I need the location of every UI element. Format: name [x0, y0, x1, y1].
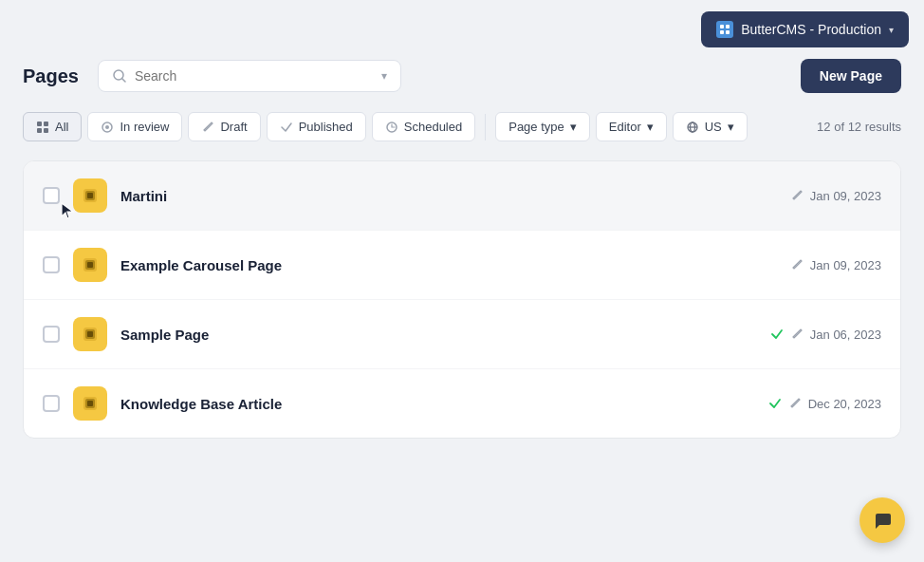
page-name-3: Sample Page — [120, 327, 757, 343]
filter-in-review-button[interactable]: In review — [87, 112, 182, 141]
globe-icon — [686, 121, 699, 134]
chat-widget-button[interactable] — [859, 497, 905, 543]
header-row: Pages ▾ New Page — [23, 59, 901, 93]
svg-rect-7 — [44, 122, 48, 126]
editor-label: Editor — [609, 120, 641, 134]
svg-rect-27 — [87, 401, 93, 406]
row-checkbox-1[interactable] — [43, 187, 60, 204]
search-chevron-icon: ▾ — [381, 69, 387, 83]
env-icon — [716, 21, 733, 38]
page-meta-1: Jan 09, 2023 — [791, 189, 881, 203]
all-pages-icon — [36, 121, 49, 134]
editor-dropdown[interactable]: Editor ▾ — [596, 112, 667, 141]
row-checkbox-3[interactable] — [43, 326, 60, 343]
svg-rect-18 — [87, 193, 93, 198]
page-type-dropdown[interactable]: Page type ▾ — [495, 112, 590, 141]
filter-in-review-label: In review — [120, 120, 169, 134]
page-icon-2 — [73, 248, 107, 282]
published-status-badge-4 — [768, 397, 782, 410]
new-page-button[interactable]: New Page — [801, 59, 901, 93]
table-row[interactable]: Martini Jan 09, 2023 — [24, 161, 900, 231]
page-date-2: Jan 09, 2023 — [810, 258, 881, 272]
in-review-icon — [101, 121, 114, 134]
chevron-down-icon: ▾ — [889, 25, 894, 35]
locale-label: US — [705, 120, 722, 134]
page-name-2: Example Carousel Page — [120, 257, 778, 273]
check-icon-4 — [768, 397, 782, 410]
draft-icon — [201, 121, 214, 134]
page-icon-4 — [73, 386, 107, 421]
svg-line-5 — [122, 79, 125, 82]
svg-rect-3 — [726, 30, 730, 34]
filter-all-button[interactable]: All — [23, 112, 82, 141]
page-icon-3 — [73, 317, 107, 351]
svg-rect-9 — [44, 128, 48, 133]
filter-all-label: All — [55, 120, 68, 134]
filter-draft-button[interactable]: Draft — [188, 112, 260, 141]
edit-pencil-icon-3 — [791, 328, 803, 340]
filter-scheduled-label: Scheduled — [404, 120, 462, 134]
page-meta-3: Jan 06, 2023 — [770, 328, 881, 342]
svg-rect-6 — [37, 122, 42, 126]
table-row[interactable]: Example Carousel Page Jan 09, 2023 — [24, 231, 900, 300]
page-type-chevron-icon: ▾ — [570, 120, 577, 134]
locale-dropdown[interactable]: US ▾ — [673, 112, 748, 141]
page-name-4: Knowledge Base Article — [120, 396, 755, 412]
chat-icon — [872, 510, 893, 531]
filter-scheduled-button[interactable]: Scheduled — [372, 112, 475, 141]
page-date-4: Dec 20, 2023 — [808, 397, 881, 411]
env-label: ButterCMS - Production — [741, 22, 881, 37]
edit-pencil-icon-2 — [791, 259, 803, 271]
page-title: Pages — [23, 66, 79, 87]
page-type-icon — [81, 255, 100, 274]
page-name-1: Martini — [120, 188, 778, 204]
row-checkbox-2[interactable] — [43, 256, 60, 273]
check-icon-3 — [770, 328, 784, 341]
filter-divider — [485, 114, 486, 140]
row-checkbox-4[interactable] — [43, 395, 60, 412]
filter-draft-label: Draft — [220, 120, 247, 134]
svg-rect-2 — [720, 30, 724, 34]
search-icon — [112, 68, 127, 84]
svg-rect-24 — [87, 331, 93, 337]
svg-rect-1 — [726, 25, 730, 28]
page-icon-1 — [73, 178, 107, 213]
pages-list: Martini Jan 09, 2023 — [23, 160, 901, 439]
filter-row: All In review Draft Published — [23, 112, 901, 141]
editor-chevron-icon: ▾ — [647, 120, 654, 134]
svg-rect-21 — [87, 262, 93, 268]
filter-published-button[interactable]: Published — [267, 112, 366, 141]
table-row[interactable]: Knowledge Base Article Dec 20, 2023 — [24, 369, 900, 438]
page-type-icon — [81, 325, 100, 344]
published-status-badge-3 — [770, 328, 784, 341]
page-date-1: Jan 09, 2023 — [810, 189, 881, 203]
edit-pencil-icon-4 — [789, 398, 801, 409]
scheduled-icon — [385, 121, 398, 134]
page-type-icon — [81, 186, 100, 205]
svg-rect-0 — [720, 25, 724, 28]
edit-pencil-icon-1 — [791, 190, 803, 201]
main-content: Pages ▾ New Page All I — [0, 59, 924, 461]
svg-point-11 — [105, 125, 109, 129]
page-meta-2: Jan 09, 2023 — [791, 258, 881, 272]
search-input[interactable] — [135, 68, 374, 84]
env-selector-button[interactable]: ButterCMS - Production ▾ — [701, 11, 909, 47]
svg-rect-8 — [37, 128, 42, 133]
search-box: ▾ — [98, 60, 401, 92]
filter-published-label: Published — [299, 120, 353, 134]
page-meta-4: Dec 20, 2023 — [768, 397, 881, 411]
page-type-label: Page type — [508, 120, 564, 134]
page-type-icon — [81, 394, 100, 413]
table-row[interactable]: Sample Page Jan 06, 2023 — [24, 300, 900, 369]
published-icon — [280, 121, 293, 134]
topbar: ButterCMS - Production ▾ — [0, 0, 924, 59]
page-date-3: Jan 06, 2023 — [810, 328, 881, 342]
locale-chevron-icon: ▾ — [728, 120, 734, 134]
results-count: 12 of 12 results — [817, 120, 901, 134]
